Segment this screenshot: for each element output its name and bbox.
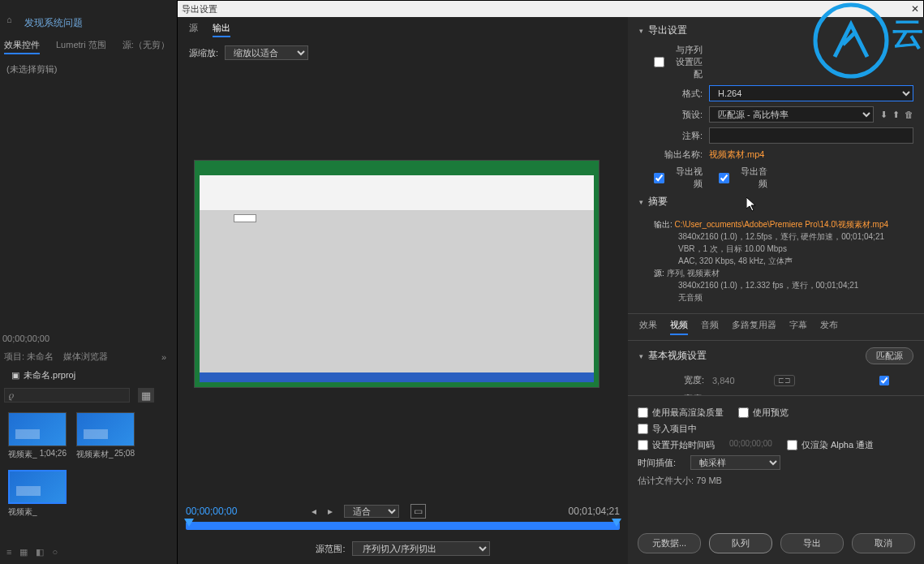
close-icon[interactable]: ✕ (911, 3, 919, 15)
summary-header[interactable]: 摘要 (639, 195, 913, 209)
new-bin-button[interactable]: ▦ (138, 388, 154, 403)
in-point-handle[interactable] (184, 519, 194, 527)
project-name: ▣ 未命名.prproj (11, 369, 75, 381)
import-preset-icon[interactable]: ⬆ (892, 110, 900, 120)
basic-video-header[interactable]: 基本视频设置 匹配源 (639, 347, 913, 364)
start-tc-value: 00;00;00;00 (729, 439, 772, 451)
queue-button[interactable]: 队列 (709, 533, 772, 553)
width-match-checkbox[interactable] (879, 376, 889, 385)
link-dimensions-icon[interactable]: ⊏⊐ (774, 375, 795, 386)
format-select[interactable]: H.264 (709, 85, 913, 101)
excel-titlebar (200, 166, 594, 175)
project-view-icons: ≡ ▦ ◧ ○ (6, 547, 58, 558)
range-label: 源范围: (316, 543, 345, 555)
thumbnail-image (8, 470, 67, 504)
cancel-button[interactable]: 取消 (852, 533, 915, 553)
export-settings-dialog: 导出设置 ✕ 源 输出 源缩放: 缩放以适合 00;00;00;00 ◂ ▸ (177, 0, 924, 564)
thumbnail-image (8, 412, 67, 446)
scale-label: 源缩放: (189, 47, 218, 59)
excel-ribbon (200, 175, 594, 211)
outname-label: 输出名称: (654, 149, 703, 161)
export-button[interactable]: 导出 (780, 533, 844, 553)
clip-thumb[interactable]: 视频素_ (8, 470, 67, 518)
panel-menu-icon[interactable]: » (161, 352, 166, 362)
preview-content (200, 166, 594, 382)
zoom-slider[interactable]: ○ (52, 547, 58, 558)
tab-source[interactable]: 源:（无剪） (122, 39, 170, 54)
clip-duration: 1;04;26 (40, 449, 67, 460)
import-project-checkbox[interactable]: 导入项目中 (638, 423, 697, 435)
timecode-duration: 00;01;04;21 (569, 506, 620, 517)
preview-controls: 00;00;00;00 ◂ ▸ 适合 ▭ 00;01;04;21 (186, 504, 620, 519)
tab-audio[interactable]: 音频 (701, 319, 719, 335)
preset-label: 预设: (654, 109, 703, 121)
match-source-button[interactable]: 匹配源 (866, 347, 913, 364)
width-value[interactable]: 3,840 (712, 376, 761, 385)
clip-name: 视频素材_ (76, 449, 114, 460)
prev-frame-icon[interactable]: ◂ (312, 506, 316, 517)
aspect-icon[interactable]: ▭ (410, 504, 426, 519)
project-items: 视频素_1;04;26 视频素材_25;08 视频素_ (8, 412, 154, 518)
export-audio-checkbox[interactable]: 导出音频 (719, 166, 767, 190)
home-icon[interactable]: ⌂ (6, 15, 12, 24)
export-video-checkbox[interactable]: 导出视频 (654, 166, 703, 190)
app-background-left: ⌂ 发现系统问题 效果控件 Lumetri 范围 源:（无剪） (未选择剪辑) … (0, 0, 177, 564)
project-search-input[interactable] (4, 388, 130, 403)
use-preview-checkbox[interactable]: 使用预览 (738, 407, 789, 419)
render-options: 使用最高渲染质量 使用预览 导入项目中 设置开始时间码 00;00;00;00 … (628, 395, 924, 493)
thumbnail-image (76, 412, 135, 446)
source-range-row: 源范围: 序列切入/序列切出 (178, 541, 628, 556)
preview-timeline[interactable] (186, 522, 620, 530)
interp-label: 时间插值: (638, 457, 676, 469)
tab-captions[interactable]: 字幕 (789, 319, 807, 335)
tab-source[interactable]: 源 (189, 22, 198, 37)
clip-thumb[interactable]: 视频素_1;04;26 (8, 412, 67, 460)
tab-effect-controls[interactable]: 效果控件 (4, 39, 40, 54)
tab-effects[interactable]: 效果 (639, 319, 657, 335)
source-output-tabs: 源 输出 (178, 17, 628, 42)
project-filename: 未命名.prproj (24, 369, 75, 381)
comment-input[interactable] (709, 127, 913, 144)
interp-select[interactable]: 帧采样 (690, 455, 780, 470)
alpha-only-checkbox[interactable]: 仅渲染 Alpha 通道 (787, 439, 874, 451)
tab-output[interactable]: 输出 (213, 22, 230, 37)
metadata-button[interactable]: 元数据... (638, 533, 701, 553)
fit-select[interactable]: 适合 (344, 505, 399, 518)
clip-name: 视频素_ (8, 506, 37, 518)
scale-select[interactable]: 缩放以适合 (225, 45, 308, 60)
bin-icon: ▣ (11, 370, 19, 381)
icon-view-icon[interactable]: ▦ (19, 547, 28, 558)
program-timecode: 00;00;00;00 (2, 334, 49, 343)
video-preview (194, 160, 600, 388)
tab-publish[interactable]: 发布 (820, 319, 838, 335)
set-start-tc-checkbox[interactable]: 设置开始时间码 (638, 439, 715, 451)
estimated-size: 估计文件大小: 79 MB (638, 475, 915, 487)
save-preset-icon[interactable]: ⬇ (880, 110, 887, 120)
excel-cell (234, 214, 256, 222)
play-icon[interactable]: ▸ (328, 506, 333, 517)
preset-select[interactable]: 匹配源 - 高比特率 (709, 106, 874, 123)
range-select[interactable]: 序列切入/序列切出 (352, 541, 490, 556)
clip-thumb[interactable]: 视频素材_25;08 (76, 412, 135, 460)
top-link[interactable]: 发现系统问题 (24, 16, 83, 30)
list-view-icon[interactable]: ≡ (6, 547, 11, 558)
timecode-current[interactable]: 00;00;00;00 (186, 506, 237, 517)
out-point-handle[interactable] (612, 519, 621, 527)
tab-multiplexer[interactable]: 多路复用器 (732, 319, 776, 335)
project-tabs: 项目: 未命名 媒体浏览器 » (4, 351, 166, 363)
export-settings-header[interactable]: 导出设置 (639, 24, 913, 37)
comment-label: 注释: (654, 130, 703, 142)
preview-panel: 源 输出 源缩放: 缩放以适合 00;00;00;00 ◂ ▸ 适合 ▭ 00;… (178, 17, 628, 564)
output-name-link[interactable]: 视频素材.mp4 (709, 149, 764, 161)
media-browser-tab[interactable]: 媒体浏览器 (63, 351, 108, 363)
tab-lumetri[interactable]: Lumetri 范围 (56, 39, 106, 54)
match-sequence-checkbox[interactable]: 与序列设置匹配 (654, 44, 703, 80)
width-label: 宽度: (664, 374, 704, 386)
dialog-buttons: 元数据... 队列 导出 取消 (628, 533, 924, 553)
tab-video[interactable]: 视频 (670, 319, 688, 335)
windows-taskbar (200, 372, 594, 382)
delete-preset-icon[interactable]: 🗑 (905, 110, 913, 120)
project-tab[interactable]: 项目: 未命名 (4, 351, 54, 363)
freeform-view-icon[interactable]: ◧ (36, 547, 44, 558)
max-quality-checkbox[interactable]: 使用最高渲染质量 (638, 407, 724, 419)
